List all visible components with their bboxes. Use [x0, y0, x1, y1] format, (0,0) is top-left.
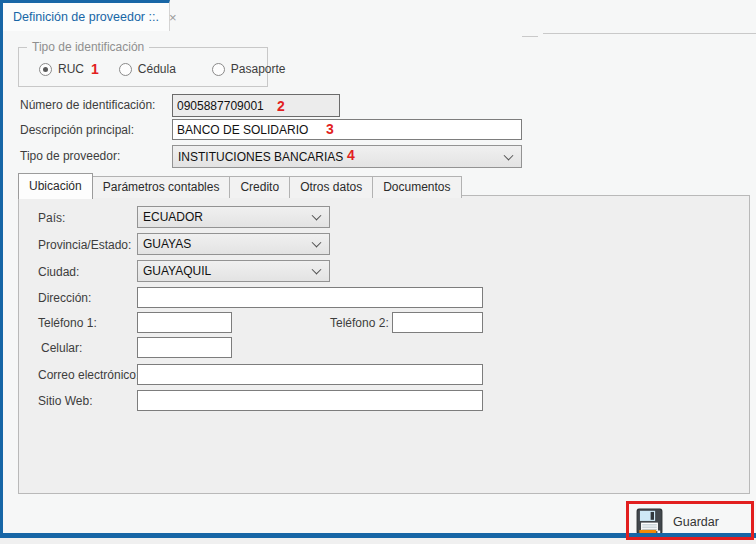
telefono2-label: Teléfono 2: — [330, 316, 389, 330]
tab-documentos[interactable]: Documentos — [372, 176, 461, 198]
chevron-down-icon — [312, 211, 322, 221]
pais-label: País: — [38, 211, 65, 225]
window-left-border — [0, 0, 3, 538]
correo-label: Correo electrónico: — [38, 368, 139, 382]
tab-credito[interactable]: Credito — [229, 176, 290, 198]
top-divider-dash — [522, 36, 538, 37]
telefono1-input[interactable] — [137, 312, 232, 333]
tipo-proveedor-label: Tipo de proveedor: — [20, 149, 120, 163]
radio-unselected-icon — [212, 63, 225, 76]
ciudad-value: GUAYAQUIL — [143, 264, 211, 278]
numero-identificacion-label: Número de identificación: — [20, 98, 155, 112]
chevron-down-icon — [504, 150, 514, 160]
chevron-down-icon — [312, 265, 322, 275]
celular-input[interactable] — [137, 337, 232, 358]
sitio-web-label: Sitio Web: — [38, 394, 92, 408]
identification-type-groupbox: Tipo de identificación RUC 1 Cédula Pasa… — [18, 47, 268, 87]
pais-value: ECUADOR — [143, 210, 203, 224]
descripcion-principal-label: Descripción principal: — [20, 123, 134, 137]
radio-pasaporte-label: Pasaporte — [231, 62, 286, 76]
numero-identificacion-input[interactable] — [172, 94, 340, 117]
provincia-value: GUAYAS — [143, 237, 191, 251]
top-divider-line — [543, 33, 756, 34]
radio-ruc[interactable]: RUC — [39, 62, 84, 76]
tab-otros-datos[interactable]: Otros datos — [289, 176, 373, 198]
radio-selected-icon — [39, 63, 52, 76]
ciudad-label: Ciudad: — [38, 265, 79, 279]
document-tab[interactable]: Definición de proveedor ::. × — [0, 0, 170, 31]
chevron-down-icon — [312, 238, 322, 248]
annotation-4: 4 — [347, 147, 355, 163]
document-tab-title: Definición de proveedor ::. — [13, 10, 159, 24]
provider-definition-window: Definición de proveedor ::. × Tipo de id… — [0, 0, 756, 544]
tipo-proveedor-value: INSTITUCIONES BANCARIAS — [178, 150, 343, 164]
annotation-2: 2 — [277, 98, 285, 114]
radio-ruc-label: RUC — [58, 62, 84, 76]
tab-parametros-contables[interactable]: Parámetros contables — [92, 176, 231, 198]
pais-combobox[interactable]: ECUADOR — [137, 206, 330, 228]
provincia-label: Provincia/Estado: — [38, 238, 131, 252]
sitio-web-input[interactable] — [137, 390, 483, 411]
radio-cedula[interactable]: Cédula — [119, 62, 176, 76]
section-tabstrip: Ubicación Parámetros contables Credito O… — [18, 173, 461, 198]
annotation-1: 1 — [91, 61, 99, 77]
direccion-input[interactable] — [137, 287, 483, 308]
ciudad-combobox[interactable]: GUAYAQUIL — [137, 260, 330, 282]
direccion-label: Dirección: — [38, 291, 91, 305]
radio-unselected-icon — [119, 63, 132, 76]
telefono2-input[interactable] — [392, 312, 483, 333]
groupbox-label: Tipo de identificación — [27, 40, 149, 54]
descripcion-principal-input[interactable] — [172, 119, 522, 140]
tab-ubicacion[interactable]: Ubicación — [18, 173, 93, 199]
annotation-3: 3 — [326, 121, 334, 137]
radio-pasaporte[interactable]: Pasaporte — [212, 62, 286, 76]
radio-cedula-label: Cédula — [138, 62, 176, 76]
celular-label: Celular: — [41, 341, 82, 355]
close-icon[interactable]: × — [169, 11, 177, 24]
telefono1-label: Teléfono 1: — [38, 316, 97, 330]
annotation-rect-guardar — [626, 501, 754, 540]
provincia-combobox[interactable]: GUAYAS — [137, 233, 330, 255]
correo-input[interactable] — [137, 364, 483, 385]
